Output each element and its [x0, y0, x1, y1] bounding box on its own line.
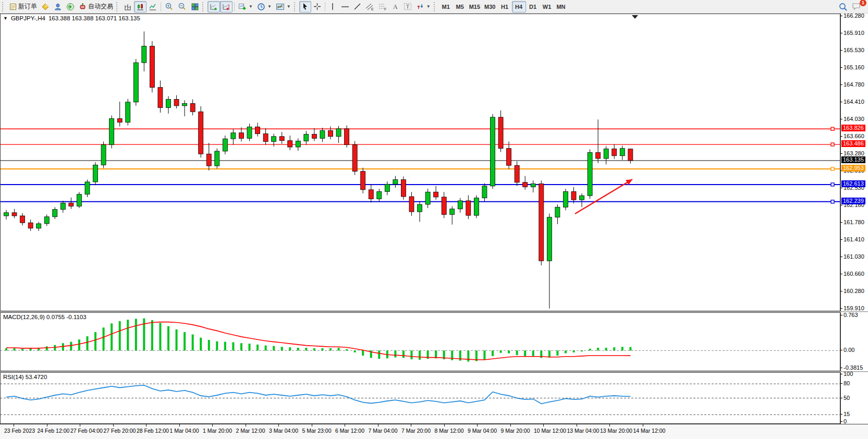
zoom-in-button[interactable] [163, 1, 176, 13]
text-tool[interactable]: A [389, 1, 401, 13]
candle[interactable] [174, 100, 179, 106]
community-button[interactable] [52, 1, 64, 13]
equidistant-channel-tool[interactable]: E [363, 1, 376, 13]
macd-axis[interactable]: 0.7630.00-0.3815 [840, 312, 868, 371]
candle[interactable] [263, 134, 268, 142]
candle[interactable] [491, 117, 495, 186]
time-axis[interactable]: 23 Feb 202324 Feb 12:0027 Feb 04:0027 Fe… [0, 424, 868, 439]
shift-marker-icon[interactable] [632, 15, 638, 19]
candle[interactable] [547, 217, 552, 261]
timeframe-button-h4[interactable]: H4 [512, 1, 526, 13]
candle[interactable] [563, 191, 568, 207]
candle[interactable] [206, 154, 211, 166]
candle[interactable] [304, 134, 309, 141]
fibonacci-tool[interactable]: F [376, 1, 389, 13]
candle[interactable] [361, 172, 365, 190]
candle[interactable] [336, 129, 341, 137]
candle[interactable] [425, 192, 430, 204]
candle[interactable] [620, 149, 625, 156]
candle[interactable] [44, 217, 49, 224]
candle[interactable] [312, 134, 316, 138]
timeframe-button-w1[interactable]: W1 [540, 1, 554, 13]
candle[interactable] [85, 182, 90, 194]
candle[interactable] [215, 151, 219, 166]
timeframe-button-m1[interactable]: M1 [439, 1, 453, 13]
candle[interactable] [93, 165, 98, 182]
zoom-out-button[interactable] [176, 1, 189, 13]
candle[interactable] [28, 223, 33, 228]
market-button[interactable] [39, 1, 52, 13]
candle[interactable] [458, 201, 462, 209]
candle[interactable] [60, 203, 65, 209]
candle[interactable] [539, 184, 544, 261]
timeframe-button-m30[interactable]: M30 [482, 1, 497, 13]
candle[interactable] [401, 179, 406, 197]
candle[interactable] [588, 153, 592, 196]
tile-windows-button[interactable] [189, 1, 201, 13]
rsi-axis[interactable]: 1008050150 [840, 372, 868, 424]
bar-chart-button[interactable] [121, 1, 134, 13]
horizontal-line-tool[interactable] [339, 1, 351, 13]
timeframe-button-d1[interactable]: D1 [526, 1, 540, 13]
candle[interactable] [571, 191, 576, 200]
candle[interactable] [507, 149, 511, 166]
main-price-pane[interactable]: ▼ GBPJPY-,H4 163.388 163.388 163.071 163… [0, 14, 868, 311]
candle[interactable] [555, 207, 560, 217]
chart-shift-button[interactable] [220, 1, 233, 13]
timeframe-button-m5[interactable]: M5 [453, 1, 467, 13]
candle[interactable] [255, 127, 260, 133]
candle[interactable] [126, 102, 130, 123]
macd-chart[interactable] [0, 312, 840, 371]
candle[interactable] [133, 63, 138, 102]
candle[interactable] [628, 149, 633, 161]
trendline-tool[interactable] [351, 1, 363, 13]
candle[interactable] [409, 197, 414, 212]
auto-trading-button[interactable]: 自动交易 [77, 1, 115, 13]
candle[interactable] [12, 213, 17, 216]
candle[interactable] [279, 137, 284, 141]
candle[interactable] [612, 149, 617, 156]
chart-menu-caret-icon[interactable]: ▼ [3, 16, 8, 21]
candle[interactable] [328, 130, 333, 136]
candle[interactable] [369, 190, 373, 199]
indicators-button[interactable]: ▼ [236, 1, 255, 13]
candle[interactable] [482, 186, 487, 198]
line-chart-button[interactable] [146, 1, 159, 13]
toolbar-grip[interactable] [434, 2, 437, 11]
candle[interactable] [101, 145, 106, 165]
candle[interactable] [434, 192, 438, 197]
candle[interactable] [182, 103, 187, 105]
candle[interactable] [345, 129, 349, 145]
candle[interactable] [523, 182, 528, 187]
candle[interactable] [352, 145, 357, 172]
candle[interactable] [418, 204, 422, 212]
search-button[interactable] [836, 1, 850, 13]
timeframe-button-m15[interactable]: M15 [467, 1, 482, 13]
templates-button[interactable]: ▼ [274, 1, 293, 13]
candle[interactable] [223, 139, 227, 151]
candle[interactable] [450, 209, 455, 215]
toolbar-grip[interactable] [294, 2, 297, 11]
toolbar-grip[interactable] [2, 2, 5, 11]
rsi-pane[interactable]: RSI(14) 53.4720 1008050150 [0, 372, 868, 424]
periods-button[interactable]: ▼ [255, 1, 274, 13]
candle[interactable] [296, 141, 300, 147]
new-order-button[interactable]: 新订单 [7, 1, 39, 13]
candle[interactable] [53, 210, 57, 217]
candle[interactable] [288, 141, 292, 147]
candle[interactable] [515, 165, 519, 182]
candle[interactable] [4, 213, 9, 216]
candle[interactable] [142, 46, 146, 63]
candle[interactable] [77, 194, 81, 206]
price-axis[interactable]: 166.280165.910165.530165.160164.780164.4… [840, 14, 868, 311]
notifications-button[interactable]: 1 [850, 1, 864, 13]
vertical-line-tool[interactable] [327, 1, 339, 13]
signals-button[interactable] [64, 1, 77, 13]
candle[interactable] [166, 100, 171, 108]
candle[interactable] [498, 117, 503, 149]
candle[interactable] [596, 153, 601, 158]
auto-scroll-button[interactable] [207, 1, 220, 13]
candle[interactable] [377, 191, 382, 199]
candle[interactable] [150, 46, 154, 87]
candle[interactable] [580, 196, 584, 200]
